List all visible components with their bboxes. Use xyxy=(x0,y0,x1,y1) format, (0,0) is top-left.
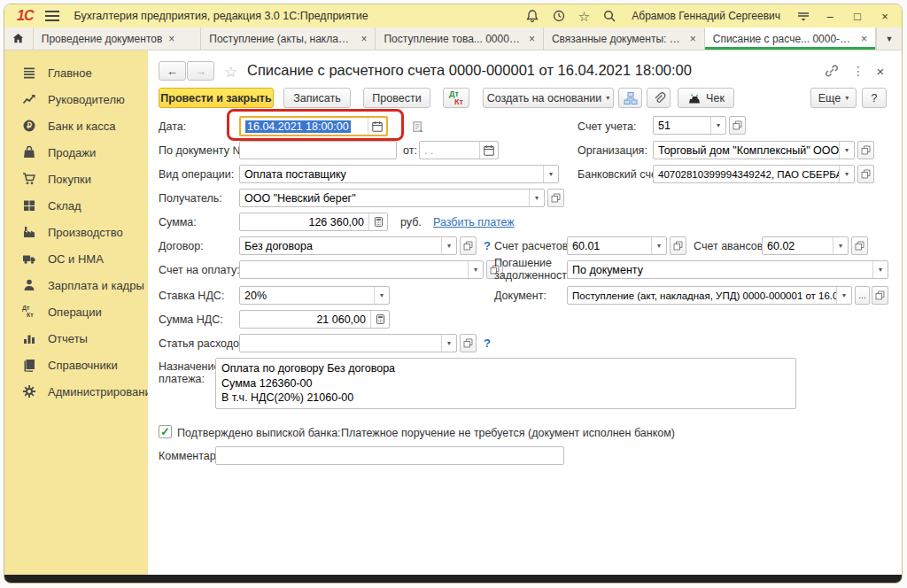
open-bank-account-button[interactable] xyxy=(857,165,874,183)
close-tab-icon[interactable]: × xyxy=(168,33,174,45)
tab-document-posting[interactable]: Проведение документов × xyxy=(34,27,201,50)
from-date-input[interactable]: . . xyxy=(419,141,499,159)
favorite-star-icon[interactable]: ☆ xyxy=(224,63,237,81)
choose-base-document-button[interactable]: ... xyxy=(855,286,870,305)
debt-repayment-select[interactable]: По документу ▾ xyxy=(567,260,888,279)
related-documents-button[interactable] xyxy=(618,88,642,108)
base-document-select[interactable]: Поступление (акт, накладная, УПД) 0000-0… xyxy=(567,286,852,305)
sidebar-item-salary-hr[interactable]: Зарплата и кадры xyxy=(4,272,148,298)
service-settings-icon[interactable] xyxy=(795,9,810,24)
amount-input[interactable]: 126 360,00 xyxy=(239,213,388,231)
current-user-name[interactable]: Абрамов Геннадий Сергеевич xyxy=(632,10,780,22)
receipt-button[interactable]: Чек xyxy=(678,88,734,108)
tab-goods-receipt[interactable]: Поступление това... 0000-000001 × xyxy=(376,27,543,50)
calendar-icon[interactable] xyxy=(479,142,498,159)
bank-confirmed-checkbox[interactable]: ✓ xyxy=(159,425,172,438)
calendar-icon[interactable] xyxy=(368,118,386,135)
help-button[interactable]: ? xyxy=(862,88,887,108)
accounting-account-select[interactable]: 51 ▾ xyxy=(653,116,726,135)
open-contract-button[interactable] xyxy=(460,236,477,255)
chevron-down-icon[interactable]: ▾ xyxy=(543,166,558,182)
tab-related-documents[interactable]: Связанные документы: Поступ... × xyxy=(544,27,705,50)
favorites-star-icon[interactable]: ☆ xyxy=(578,10,590,23)
post-button[interactable]: Провести xyxy=(363,88,430,108)
chevron-down-icon[interactable]: ▾ xyxy=(651,237,666,254)
settlement-account-select[interactable]: 60.01 ▾ xyxy=(567,236,667,255)
post-and-close-button[interactable]: Провести и закрыть xyxy=(159,88,274,108)
close-tab-icon[interactable]: × xyxy=(360,33,367,45)
dt-kt-button[interactable]: ДтКт xyxy=(443,88,469,108)
change-history-icon[interactable] xyxy=(410,119,426,135)
operation-type-select[interactable]: Оплата поставщику ▾ xyxy=(239,165,559,183)
vat-amount-input[interactable]: 21 060,00 xyxy=(239,310,390,329)
tab-list-dropdown[interactable]: ▼ xyxy=(876,27,902,50)
open-expense-item-button[interactable] xyxy=(460,334,477,352)
date-input[interactable]: 16.04.2021 18:00:00 xyxy=(239,116,388,136)
history-icon[interactable] xyxy=(552,9,567,24)
chevron-down-icon[interactable]: ▾ xyxy=(839,142,854,159)
get-link-icon[interactable] xyxy=(824,63,840,79)
sidebar-item-production[interactable]: Производство xyxy=(4,219,148,245)
chevron-down-icon[interactable]: ▾ xyxy=(529,190,544,206)
chevron-down-icon[interactable]: ▾ xyxy=(441,237,456,254)
organization-select[interactable]: Торговый дом "Комплексный" ООО ▾ xyxy=(653,141,855,159)
sidebar-item-directories[interactable]: Справочники xyxy=(4,352,148,378)
close-tab-icon[interactable]: × xyxy=(690,33,696,45)
calculator-icon[interactable] xyxy=(370,311,389,328)
contract-help-marker[interactable]: ? xyxy=(484,239,491,252)
chevron-down-icon[interactable]: ▾ xyxy=(374,287,389,304)
sidebar-item-administration[interactable]: Администрирование xyxy=(4,378,148,405)
payee-select[interactable]: ООО "Невский берег" ▾ xyxy=(239,189,545,207)
more-button[interactable]: Еще▾ xyxy=(810,88,857,108)
sidebar-item-for-manager[interactable]: Руководителю xyxy=(4,86,148,112)
sidebar-item-purchases[interactable]: Покупки xyxy=(4,166,148,192)
contract-select[interactable]: Без договора ▾ xyxy=(239,236,457,255)
sidebar-item-fixed-assets[interactable]: ОС и НМА xyxy=(4,245,148,272)
sidebar-item-operations[interactable]: ДтКт Операции xyxy=(4,298,148,325)
search-icon[interactable] xyxy=(601,9,616,24)
advance-account-select[interactable]: 60.02 ▾ xyxy=(762,236,849,255)
tab-bank-writeoff-active[interactable]: Списание с расче... 0000-000001 × xyxy=(705,27,876,50)
notifications-bell-icon[interactable] xyxy=(525,9,540,24)
chevron-down-icon[interactable]: ▾ xyxy=(872,261,888,278)
open-settlement-account-button[interactable] xyxy=(670,236,686,255)
forward-button[interactable]: → xyxy=(187,61,214,81)
sidebar-item-warehouse[interactable]: Склад xyxy=(4,192,148,219)
split-payment-link[interactable]: Разбить платеж xyxy=(433,216,515,228)
expense-item-select[interactable]: ▾ xyxy=(239,334,457,352)
back-button[interactable]: ← xyxy=(159,61,186,81)
tab-receipts-list[interactable]: Поступление (акты, накладные... × xyxy=(201,27,376,50)
chevron-down-icon[interactable]: ▾ xyxy=(839,166,854,182)
close-tab-icon[interactable]: × xyxy=(529,33,535,45)
payment-invoice-select[interactable]: ▾ xyxy=(239,260,484,279)
close-window-button[interactable]: × xyxy=(877,10,893,23)
chevron-down-icon[interactable]: ▾ xyxy=(441,335,456,352)
chevron-down-icon[interactable]: ▾ xyxy=(833,237,848,254)
sidebar-item-reports[interactable]: Отчеты xyxy=(4,325,148,352)
maximize-button[interactable]: □ xyxy=(849,10,865,23)
open-organization-button[interactable] xyxy=(857,141,874,159)
sidebar-item-sales[interactable]: Продажи xyxy=(4,139,148,166)
more-options-dots-icon[interactable]: ⋮ xyxy=(850,63,866,79)
bank-account-select[interactable]: 40702810399994349242, ПАО СБЕРБАНК ▾ xyxy=(653,165,855,183)
home-tab[interactable] xyxy=(4,27,34,50)
expense-item-help-marker[interactable]: ? xyxy=(484,337,491,350)
close-tab-icon[interactable]: × xyxy=(861,33,867,45)
payment-purpose-textarea[interactable]: Оплата по договору Без договора Сумма 12… xyxy=(215,358,796,409)
open-payee-button[interactable] xyxy=(547,189,564,207)
open-advance-account-button[interactable] xyxy=(851,236,868,255)
sidebar-item-main[interactable]: Главное xyxy=(4,59,148,86)
vat-rate-select[interactable]: 20% ▾ xyxy=(239,286,390,305)
calculator-icon[interactable] xyxy=(368,213,387,230)
close-document-icon[interactable]: × xyxy=(872,63,888,79)
write-button[interactable]: Записать xyxy=(283,88,351,108)
attachments-button[interactable] xyxy=(647,88,671,108)
minimize-button[interactable]: – xyxy=(822,10,838,23)
comment-input[interactable] xyxy=(215,446,564,465)
by-document-number-input[interactable] xyxy=(239,141,397,159)
chevron-down-icon[interactable]: ▾ xyxy=(468,261,483,278)
chevron-down-icon[interactable]: ▾ xyxy=(836,287,851,304)
chevron-down-icon[interactable]: ▾ xyxy=(710,117,725,134)
sidebar-item-bank-cash[interactable]: ₽ Банк и касса xyxy=(4,112,148,139)
create-based-on-button[interactable]: Создать на основании▾ xyxy=(483,88,614,108)
